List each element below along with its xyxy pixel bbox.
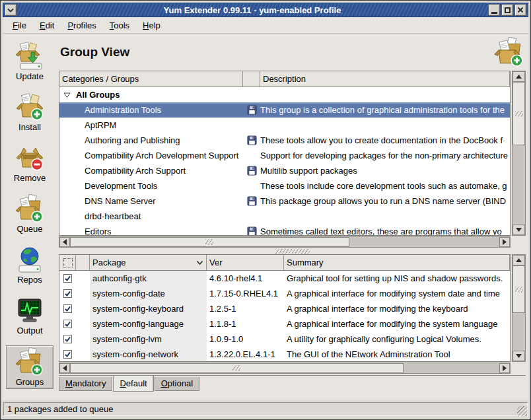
sidebar: Update Install — [3, 34, 57, 400]
tab-mandatory[interactable]: Mandatory — [59, 377, 112, 391]
sidebar-item-queue[interactable]: Queue — [6, 193, 53, 235]
group-row-all-groups[interactable]: All Groups — [59, 87, 510, 102]
column-header-package[interactable]: Package — [90, 255, 207, 271]
scroll-thumb[interactable] — [70, 237, 349, 247]
column-header-description[interactable]: Description — [260, 71, 510, 87]
groups-vertical-scrollbar[interactable] — [512, 71, 526, 236]
floppy-disk-icon — [247, 227, 257, 235]
package-checkbox-checked[interactable] — [63, 335, 72, 343]
minimize-icon — [491, 12, 497, 14]
floppy-disk-icon — [247, 135, 257, 145]
sidebar-item-groups[interactable]: Groups — [6, 345, 53, 389]
sidebar-item-label: Groups — [7, 377, 53, 387]
thumb-grip — [205, 239, 213, 245]
column-header-checkbox[interactable] — [59, 255, 76, 271]
group-row-drbd-heartbeat[interactable]: drbd-heartbeat — [59, 209, 510, 224]
menu-profiles[interactable]: Profiles — [61, 18, 102, 32]
group-row-compat-arch-support[interactable]: Compatibility Arch Support Multilib supp… — [59, 163, 510, 178]
groups-table: Categories / Groups Description All Grou… — [59, 71, 511, 236]
package-checkbox-checked[interactable] — [63, 289, 72, 298]
scroll-right-arrow[interactable] — [499, 363, 510, 373]
sidebar-item-update[interactable]: Update — [6, 40, 53, 83]
scroll-thumb[interactable] — [513, 265, 525, 313]
scroll-left-arrow[interactable] — [59, 363, 70, 373]
splitter-grip — [275, 249, 310, 254]
sidebar-item-install[interactable]: Install — [6, 91, 53, 133]
maximize-button[interactable] — [501, 4, 513, 16]
scroll-up-arrow[interactable] — [513, 71, 525, 82]
floppy-disk-icon — [247, 166, 257, 176]
thumb-grip — [515, 287, 523, 293]
scroll-left-arrow[interactable] — [59, 237, 70, 247]
package-checkbox-checked[interactable] — [63, 274, 72, 283]
sidebar-item-label: Remove — [6, 173, 53, 183]
package-row-system-config-date[interactable]: system-config-date 1.7.15-0.RHEL4.1 A gr… — [59, 286, 510, 301]
group-row-development-tools[interactable]: Development Tools These tools include co… — [59, 178, 510, 193]
expander-open-icon[interactable] — [63, 92, 71, 98]
sidebar-item-remove[interactable]: Remove — [6, 142, 53, 184]
install-box-icon — [15, 92, 44, 122]
menu-edit[interactable]: Edit — [34, 18, 60, 32]
menu-file[interactable]: File — [7, 18, 32, 32]
sidebar-item-output[interactable]: Output — [6, 295, 53, 337]
sidebar-item-label: Output — [6, 326, 53, 335]
header-focus-box — [63, 258, 73, 267]
window-title: Yum Extender 0.99.11 - yum-enabled Profi… — [17, 5, 488, 15]
sidebar-item-repos[interactable]: Repos — [6, 244, 53, 286]
statusbar: 1 packages added to queue — [3, 400, 528, 417]
groups-horizontal-scrollbar[interactable] — [59, 236, 511, 248]
package-row-system-config-network[interactable]: system-config-network 1.3.22.0.EL.4.1-1 … — [59, 347, 510, 361]
sidebar-item-label: Repos — [6, 275, 53, 285]
minimize-button[interactable] — [488, 4, 500, 16]
group-row-aptrpm[interactable]: AptRPM — [59, 118, 510, 133]
package-type-tabs: Mandatory Default Optional — [59, 375, 526, 393]
resize-grip[interactable] — [517, 406, 527, 416]
tab-optional[interactable]: Optional — [155, 377, 199, 391]
thumb-grip — [232, 365, 240, 371]
package-row-system-config-language[interactable]: system-config-language 1.1.8-1 A graphic… — [59, 316, 510, 332]
group-row-editors[interactable]: Editors Sometimes called text editors, t… — [59, 224, 510, 235]
menu-help[interactable]: Help — [137, 18, 166, 32]
group-row-authoring-and-publishing[interactable]: Authoring and Publishing These tools all… — [59, 133, 510, 148]
package-row-system-config-lvm[interactable]: system-config-lvm 1.0.9-1.0 A utility fo… — [59, 332, 510, 347]
column-header-categories-groups[interactable]: Categories / Groups — [59, 71, 243, 87]
column-header-icon[interactable] — [243, 71, 260, 87]
column-header-ver[interactable]: Ver — [207, 255, 284, 271]
scroll-thumb[interactable] — [513, 82, 525, 145]
window-menu-button[interactable] — [5, 4, 17, 16]
group-row-compat-arch-dev-support[interactable]: Compatibility Arch Development Support S… — [59, 148, 510, 163]
scroll-right-arrow[interactable] — [499, 237, 510, 247]
sidebar-item-label: Queue — [6, 224, 53, 234]
titlebar[interactable]: Yum Extender 0.99.11 - yum-enabled Profi… — [3, 3, 528, 17]
group-view-panel: Group View Categor — [57, 34, 528, 400]
scroll-thumb[interactable] — [70, 363, 404, 373]
sidebar-item-label: Install — [6, 122, 53, 132]
floppy-disk-icon — [247, 196, 257, 206]
packages-vertical-scrollbar[interactable] — [512, 254, 526, 362]
menu-tools[interactable]: Tools — [104, 18, 135, 32]
column-header-icon[interactable] — [76, 255, 90, 271]
packages-horizontal-scrollbar[interactable] — [59, 363, 511, 374]
column-header-summary[interactable]: Summary — [284, 255, 510, 271]
group-row-dns-name-server[interactable]: DNS Name Server This package group allow… — [59, 193, 510, 209]
page-title: Group View — [60, 45, 129, 59]
update-box-icon — [15, 42, 44, 71]
scroll-down-arrow[interactable] — [513, 225, 525, 235]
package-checkbox-checked[interactable] — [63, 350, 72, 359]
group-row-administration-tools[interactable]: Administration Tools This group is a col… — [59, 102, 510, 118]
pane-splitter-handle[interactable] — [59, 248, 526, 254]
app-window: Yum Extender 0.99.11 - yum-enabled Profi… — [0, 0, 531, 420]
thumb-grip — [515, 111, 523, 117]
package-checkbox-checked[interactable] — [63, 320, 72, 328]
package-checkbox-checked[interactable] — [63, 304, 72, 313]
queue-box-icon — [15, 194, 44, 223]
status-message: 1 packages added to queue — [3, 402, 528, 416]
package-row-authconfig-gtk[interactable]: authconfig-gtk 4.6.10-rhel4.1 Graphical … — [59, 271, 510, 286]
scroll-down-arrow[interactable] — [513, 351, 525, 361]
window-menu-icon — [7, 8, 14, 13]
tab-default[interactable]: Default — [113, 376, 153, 392]
package-row-system-config-keyboard[interactable]: system-config-keyboard 1.2.5-1 A graphic… — [59, 301, 510, 316]
close-button[interactable] — [514, 4, 526, 16]
scroll-up-arrow[interactable] — [513, 255, 525, 265]
sort-descending-icon — [196, 260, 203, 265]
